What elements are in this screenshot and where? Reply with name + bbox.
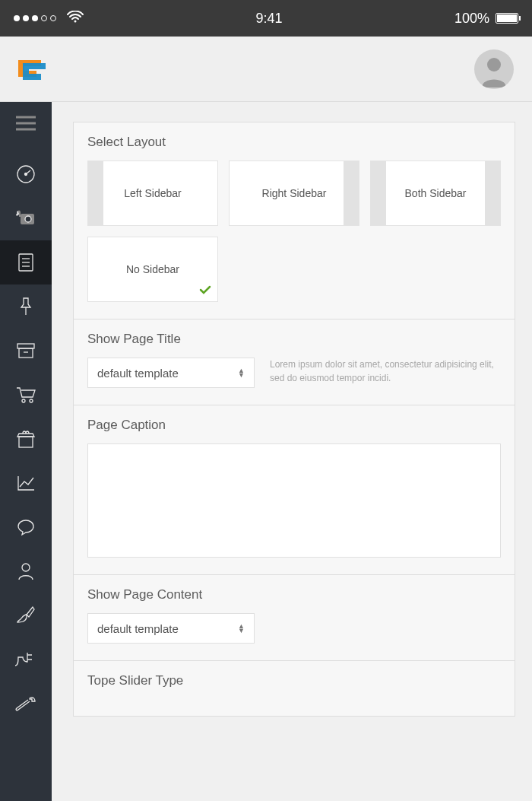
sidebar-item-pin[interactable]: [0, 284, 52, 329]
sidebar-item-appearance[interactable]: [0, 593, 52, 637]
page-title-select[interactable]: default template ▲▼: [87, 358, 255, 388]
sidebar-item-analytics[interactable]: [0, 461, 52, 505]
status-left: [14, 11, 84, 27]
section-select-layout: Select Layout Left Sidebar Right Sidebar…: [74, 122, 515, 319]
select-value: default template: [97, 367, 179, 380]
status-right: 100%: [454, 11, 518, 27]
layout-option-label: Left Sidebar: [124, 187, 182, 199]
signal-dots: [14, 15, 56, 21]
svg-point-22: [22, 564, 30, 571]
svg-text:♪: ♪: [16, 210, 19, 217]
page-content-select[interactable]: default template ▲▼: [87, 613, 255, 644]
status-bar: 9:41 100%: [0, 0, 532, 37]
sidebar-item-gift[interactable]: [0, 417, 52, 461]
section-page-caption: Page Caption: [74, 405, 515, 575]
page-caption-textarea[interactable]: [87, 443, 501, 558]
section-show-page-title: Show Page Title default template ▲▼ Lore…: [74, 319, 515, 405]
sidebar-item-media[interactable]: ♪: [0, 196, 52, 240]
chart-line-icon: [16, 474, 36, 492]
sidebar-item-cart[interactable]: [0, 373, 52, 417]
svg-point-0: [74, 20, 77, 22]
stepper-icon: ▲▼: [238, 368, 245, 377]
sidebar-item-pages[interactable]: [0, 240, 52, 284]
check-icon: [199, 284, 211, 297]
app-header: [0, 37, 532, 102]
chat-icon: [16, 518, 36, 536]
svg-rect-17: [19, 348, 33, 358]
section-title: Show Page Content: [87, 587, 501, 602]
user-icon: [17, 561, 35, 581]
sidebar-item-settings[interactable]: [0, 682, 52, 726]
section-tope-slider-type: Tope Slider Type: [74, 661, 515, 716]
layout-option-right-sidebar[interactable]: Right Sidebar: [229, 161, 359, 226]
sidebar-item-dashboard[interactable]: [0, 152, 52, 196]
sidebar: ♪: [0, 102, 52, 801]
menu-toggle-icon[interactable]: [16, 116, 36, 134]
layout-option-left-sidebar[interactable]: Left Sidebar: [87, 161, 218, 226]
stepper-icon: ▲▼: [238, 624, 245, 633]
svg-point-9: [25, 216, 31, 222]
archive-icon: [16, 342, 36, 359]
plug-icon: [15, 650, 36, 669]
brush-icon: [16, 606, 36, 625]
sidebar-item-archive[interactable]: [0, 329, 52, 373]
document-icon: [17, 253, 35, 272]
svg-rect-16: [17, 344, 34, 348]
section-title: Select Layout: [87, 135, 501, 150]
svg-point-7: [25, 173, 27, 176]
status-time: 9:41: [255, 11, 282, 27]
section-show-page-content: Show Page Content default template ▲▼: [74, 575, 515, 661]
sidebar-item-chat[interactable]: [0, 505, 52, 549]
battery-percent: 100%: [454, 11, 489, 27]
pin-icon: [17, 297, 35, 316]
sidebar-item-users[interactable]: [0, 549, 52, 593]
select-value: default template: [97, 622, 179, 635]
svg-point-19: [22, 399, 25, 402]
wrench-icon: [15, 696, 36, 711]
user-avatar[interactable]: [474, 49, 514, 89]
cart-icon: [15, 386, 36, 404]
gift-icon: [16, 429, 36, 449]
wifi-icon: [67, 11, 84, 27]
helper-text: Lorem ipsum dolor sit amet, consectetur …: [270, 358, 501, 385]
svg-point-20: [30, 399, 33, 402]
settings-panel: Select Layout Left Sidebar Right Sidebar…: [73, 122, 515, 717]
layout-option-label: Right Sidebar: [262, 187, 327, 199]
section-title: Show Page Title: [87, 332, 501, 347]
battery-icon: [496, 13, 518, 24]
svg-point-1: [487, 58, 501, 72]
app-logo[interactable]: [15, 52, 49, 86]
layout-option-both-sidebar[interactable]: Both Sidebar: [370, 161, 501, 226]
sidebar-item-plugins[interactable]: [0, 637, 52, 682]
section-title: Tope Slider Type: [87, 673, 501, 688]
layout-option-label: Both Sidebar: [405, 187, 467, 199]
media-icon: ♪: [15, 209, 36, 227]
gauge-icon: [16, 164, 36, 184]
content-area: Select Layout Left Sidebar Right Sidebar…: [52, 102, 532, 801]
layout-option-no-sidebar[interactable]: No Sidebar: [87, 237, 218, 302]
section-title: Page Caption: [87, 418, 501, 433]
svg-rect-21: [19, 437, 33, 447]
layout-option-label: No Sidebar: [126, 263, 179, 275]
